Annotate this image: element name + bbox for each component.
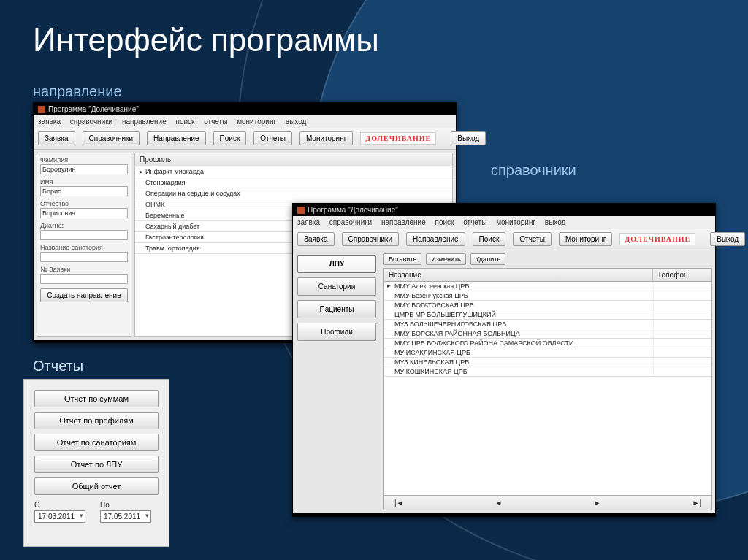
toolbar-napravlenie[interactable]: Направление: [147, 131, 205, 145]
side-lpu[interactable]: ЛПУ: [297, 255, 376, 273]
input-diagnoz[interactable]: [40, 230, 128, 240]
table-row[interactable]: МУЗ БОЛЬШЕЧЕРНИГОВСКАЯ ЦРБ: [384, 320, 711, 329]
cell-name: ММУ ЦРБ ВОЛЖСКОГО РАЙОНА САМАРСКОЙ ОБЛАС…: [393, 339, 653, 348]
cell-name: ММУ Безенчукская ЦРБ: [393, 291, 653, 300]
toolbar-napravlenie[interactable]: Направление: [406, 232, 465, 246]
caption-spravochniki: справочники: [491, 162, 576, 179]
toolbar-spravochniki[interactable]: Справочники: [83, 131, 140, 145]
table-row[interactable]: МУ КОШКИНСКАЯ ЦРБ: [384, 367, 711, 377]
create-napravlenie-button[interactable]: Создать направление: [40, 288, 128, 302]
toolbar-zayavka[interactable]: Заявка: [38, 131, 75, 145]
col-name[interactable]: Название: [384, 269, 653, 281]
toolbar: Заявка Справочники Направление Поиск Отч…: [34, 128, 456, 150]
col-phone[interactable]: Телефон: [653, 269, 711, 281]
menu-item[interactable]: заявка: [297, 218, 320, 226]
menu-item[interactable]: отчеты: [204, 118, 227, 126]
reports-panel: Отчет по суммам Отчет по профилям Отчет …: [23, 379, 169, 547]
cell: Травм. ортопедия: [145, 245, 200, 252]
grid-row[interactable]: Операции на сердце и сосудах: [135, 188, 452, 199]
cell-name: ММУ БОРСКАЯ РАЙОННАЯ БОЛЬНИЦА: [393, 329, 653, 338]
toolbar-poisk[interactable]: Поиск: [213, 131, 247, 145]
grid-row[interactable]: Стенокардия: [135, 177, 452, 188]
input-sanatoriy[interactable]: [40, 252, 128, 262]
delete-button[interactable]: Удалить: [470, 253, 505, 265]
table-row[interactable]: ЦМРБ МР БОЛЬШЕГЛУШИЦКИЙ: [384, 310, 711, 320]
table-row[interactable]: МУЗ КИНЕЛЬСКАЯ ЦРБ: [384, 358, 711, 367]
badge-dolechivanie: ДОЛЕЧИВАНИЕ: [619, 233, 695, 245]
nav-next-icon[interactable]: ►: [587, 499, 608, 507]
nav-last-icon[interactable]: ►|: [685, 499, 709, 507]
toolbar-monitoring[interactable]: Мониторинг: [559, 232, 612, 246]
menu-item[interactable]: мониторинг: [237, 118, 276, 126]
toolbar-exit[interactable]: Выход: [710, 232, 745, 246]
menu-item[interactable]: направление: [122, 118, 167, 126]
toolbar-zayavka[interactable]: Заявка: [297, 232, 335, 246]
nav-prev-icon[interactable]: ◄: [488, 499, 510, 507]
menu-item[interactable]: заявка: [38, 118, 61, 126]
table-row[interactable]: ММУ БОГАТОВСКАЯ ЦРБ: [384, 301, 711, 310]
menu-item[interactable]: справочники: [329, 218, 372, 226]
table-row[interactable]: ММУ Безенчукская ЦРБ: [384, 291, 711, 301]
toolbar-otchety[interactable]: Отчеты: [253, 131, 292, 145]
toolbar-poisk[interactable]: Поиск: [473, 232, 506, 246]
date-from-picker[interactable]: 17.03.2011: [34, 510, 85, 523]
report-summ-button[interactable]: Отчет по суммам: [34, 390, 159, 407]
side-sanatorii[interactable]: Санатории: [297, 277, 376, 296]
table-row[interactable]: ▸ММУ Алексеевская ЦРБ: [384, 282, 711, 291]
toolbar-otchety[interactable]: Отчеты: [513, 232, 552, 246]
titlebar[interactable]: Программа "Долечивание": [34, 103, 456, 115]
side-nav: ЛПУ Санатории Пациенты Профили: [293, 250, 381, 513]
side-pacienty[interactable]: Пациенты: [297, 300, 376, 318]
window-title: Программа "Долечивание": [48, 105, 139, 113]
cell-name: ММУ Алексеевская ЦРБ: [393, 282, 653, 291]
table-row[interactable]: МУ ИСАКЛИНСКАЯ ЦРБ: [384, 348, 711, 358]
label-familia: Фамилия: [39, 155, 129, 164]
row-indicator-icon: ▸: [384, 282, 393, 291]
menu-item[interactable]: поиск: [435, 218, 454, 226]
cell: Гастроэнтерология: [145, 234, 204, 241]
menu-item[interactable]: направление: [381, 218, 426, 226]
menubar: заявка справочники направление поиск отч…: [293, 216, 715, 229]
table-row[interactable]: ММУ ЦРБ ВОЛЖСКОГО РАЙОНА САМАРСКОЙ ОБЛАС…: [384, 339, 711, 348]
grid-header-profil[interactable]: Профиль: [135, 153, 452, 166]
menu-item[interactable]: отчеты: [463, 218, 486, 226]
form-panel: Фамилия Бородулин Имя Борис Отчество Бор…: [37, 153, 131, 337]
report-lpu-button[interactable]: Отчет по ЛПУ: [34, 456, 159, 473]
cell-name: МУ ИСАКЛИНСКАЯ ЦРБ: [393, 348, 653, 357]
report-sanat-button[interactable]: Отчет по санаториям: [34, 434, 159, 451]
table-row[interactable]: ММУ БОРСКАЯ РАЙОННАЯ БОЛЬНИЦА: [384, 329, 711, 339]
menu-item[interactable]: мониторинг: [496, 218, 535, 226]
toolbar-monitoring[interactable]: Мониторинг: [299, 131, 353, 145]
report-profil-button[interactable]: Отчет по профилям: [34, 412, 159, 429]
update-button[interactable]: Изменить: [426, 253, 466, 265]
input-zayavka-no[interactable]: [40, 274, 128, 284]
menu-item[interactable]: выход: [286, 118, 307, 126]
cell-name: ЦМРБ МР БОЛЬШЕГЛУШИЦКИЙ: [393, 310, 653, 319]
insert-button[interactable]: Вставить: [383, 253, 421, 265]
label-imya: Имя: [39, 177, 129, 185]
label-diagnoz: Диагноз: [39, 220, 129, 229]
input-otchestvo[interactable]: Борисович: [40, 208, 128, 218]
cell: Инфаркт миокарда: [145, 168, 204, 175]
caption-napravlenie: направление: [33, 83, 122, 100]
menu-item[interactable]: выход: [545, 218, 566, 226]
report-common-button[interactable]: Общий отчет: [34, 477, 159, 495]
slide-title: Интерфейс программы: [33, 22, 379, 58]
table-header: Название Телефон: [384, 269, 711, 282]
date-to-picker[interactable]: 17.05.2011: [100, 510, 151, 523]
nav-first-icon[interactable]: |◄: [387, 499, 411, 507]
titlebar[interactable]: Программа "Долечивание": [293, 204, 715, 216]
db-navigator: |◄ ◄ ► ►|: [384, 495, 711, 510]
cell: Сахарный диабет: [145, 223, 199, 230]
menubar: заявка справочники направление поиск отч…: [34, 115, 456, 128]
cell-name: ММУ БОГАТОВСКАЯ ЦРБ: [393, 301, 653, 310]
grid-row[interactable]: ▸Инфаркт миокарда: [135, 166, 452, 177]
menu-item[interactable]: поиск: [176, 118, 195, 126]
toolbar-exit[interactable]: Выход: [451, 131, 486, 145]
main-area: Вставить Изменить Удалить Название Телеф…: [381, 250, 715, 513]
menu-item[interactable]: справочники: [70, 118, 112, 126]
input-familia[interactable]: Бородулин: [40, 164, 128, 174]
input-imya[interactable]: Борис: [40, 186, 128, 196]
toolbar-spravochniki[interactable]: Справочники: [342, 232, 400, 246]
side-profili[interactable]: Профили: [297, 323, 376, 341]
